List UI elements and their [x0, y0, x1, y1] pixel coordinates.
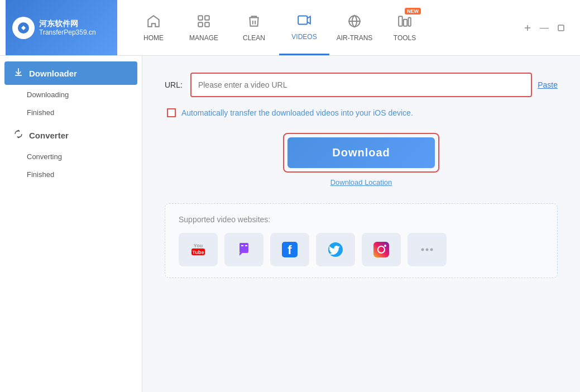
tools-icon [397, 14, 412, 32]
auto-transfer-row: Automatically transfer the downloaded vi… [167, 108, 558, 117]
logo-icon [12, 17, 35, 39]
svg-point-33 [426, 248, 429, 251]
sites-grid: You Tube [179, 233, 544, 266]
auto-transfer-checkbox[interactable] [167, 108, 176, 117]
sidebar-converter-finished[interactable]: Finished [4, 166, 137, 183]
url-row: URL: Paste [165, 73, 558, 97]
more-sites-icon[interactable] [408, 233, 447, 266]
content-area: URL: Paste Automatically transfer the do… [142, 56, 580, 392]
svg-rect-12 [558, 25, 564, 31]
facebook-icon[interactable]: f [270, 233, 309, 266]
logo-area: 河东软件网 TransferPep359.cn [6, 0, 117, 55]
twitch-icon[interactable] [224, 233, 263, 266]
nav-bar: HOME MANAGE CLEAN [117, 0, 523, 55]
new-badge: NEW [405, 8, 421, 15]
svg-rect-20 [245, 245, 247, 246]
instagram-icon[interactable] [362, 233, 401, 266]
svg-point-30 [384, 245, 386, 247]
top-bar: 河东软件网 TransferPep359.cn HOME [0, 0, 580, 56]
twitter-icon[interactable] [316, 233, 355, 266]
svg-text:f: f [287, 243, 292, 257]
nav-home[interactable]: HOME [128, 0, 179, 55]
nav-manage[interactable]: MANAGE [179, 0, 229, 55]
minimize-button[interactable]: — [540, 23, 549, 32]
svg-rect-2 [205, 16, 209, 20]
svg-rect-7 [399, 16, 402, 26]
svg-rect-19 [241, 245, 243, 246]
nav-tools[interactable]: NEW TOOLS [380, 0, 430, 55]
paste-button[interactable]: Paste [538, 80, 558, 89]
fullscreen-button[interactable] [523, 23, 532, 32]
svg-rect-18 [239, 243, 248, 253]
supported-title: Supported video websites: [179, 215, 544, 224]
download-area: Download Download Location [165, 133, 558, 187]
sidebar-downloader-finished[interactable]: Finished [4, 104, 137, 121]
clean-icon [247, 14, 261, 32]
nav-air-trans[interactable]: AIR-TRANS [329, 0, 380, 55]
svg-rect-28 [373, 242, 389, 257]
download-button[interactable]: Download [287, 137, 435, 168]
svg-rect-4 [205, 22, 209, 27]
main-layout: Downloader Downloading Finished [0, 56, 580, 392]
nav-videos[interactable]: VIDEOS [279, 0, 329, 55]
sidebar-converting[interactable]: Converting [4, 148, 137, 165]
url-label: URL: [165, 80, 183, 89]
svg-text:You: You [194, 243, 203, 248]
sidebar-converter-section: Converter Converting Finished [0, 123, 142, 183]
url-input-wrapper [190, 73, 532, 97]
svg-rect-1 [198, 16, 203, 20]
svg-rect-9 [409, 17, 411, 26]
sidebar-downloader-section: Downloader Downloading Finished [0, 61, 142, 121]
auto-transfer-label: Automatically transfer the downloaded vi… [181, 108, 413, 117]
downloader-icon [13, 67, 23, 79]
sidebar-downloading[interactable]: Downloading [4, 86, 137, 103]
videos-icon [297, 13, 311, 31]
sidebar: Downloader Downloading Finished [0, 56, 142, 392]
svg-text:Tube: Tube [193, 250, 204, 255]
download-btn-wrapper: Download [283, 133, 439, 173]
home-icon [146, 14, 161, 32]
url-input[interactable] [191, 74, 531, 96]
svg-point-32 [421, 248, 424, 251]
sidebar-converter-header[interactable]: Converter [4, 123, 137, 147]
logo-text: 河东软件网 TransferPep359.cn [39, 18, 96, 37]
manage-icon [196, 14, 211, 32]
youtube-icon[interactable]: You Tube [179, 233, 218, 266]
svg-rect-5 [298, 16, 307, 24]
nav-clean[interactable]: CLEAN [229, 0, 279, 55]
supported-sites-panel: Supported video websites: You Tube [165, 203, 558, 278]
svg-rect-3 [198, 22, 203, 27]
converter-icon [13, 129, 23, 141]
svg-rect-8 [404, 19, 408, 26]
maximize-button[interactable] [557, 23, 565, 32]
window-controls: — [523, 23, 574, 32]
air-trans-icon [347, 14, 362, 32]
sidebar-downloader-header[interactable]: Downloader [4, 61, 137, 85]
download-location-link[interactable]: Download Location [330, 178, 392, 187]
svg-point-34 [430, 248, 433, 251]
